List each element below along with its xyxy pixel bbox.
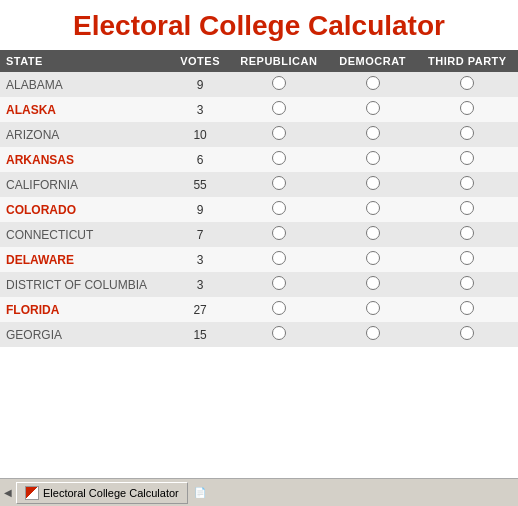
democrat-cell: [329, 272, 417, 297]
third-party-cell: [417, 272, 518, 297]
third-party-cell: [417, 222, 518, 247]
third-party-radio[interactable]: [460, 226, 474, 240]
state-name: DISTRICT OF COLUMBIA: [0, 272, 171, 297]
table-row: ALABAMA9: [0, 72, 518, 97]
democrat-radio[interactable]: [366, 101, 380, 115]
state-name: ARIZONA: [0, 122, 171, 147]
republican-radio[interactable]: [272, 326, 286, 340]
democrat-cell: [329, 222, 417, 247]
republican-cell: [229, 122, 329, 147]
republican-cell: [229, 247, 329, 272]
republican-radio[interactable]: [272, 276, 286, 290]
votes-count: 9: [171, 197, 229, 222]
table-row: GEORGIA15: [0, 322, 518, 347]
democrat-cell: [329, 197, 417, 222]
state-name: ALABAMA: [0, 72, 171, 97]
third-party-cell: [417, 72, 518, 97]
state-name: CONNECTICUT: [0, 222, 171, 247]
taskbar-label: Electoral College Calculator: [43, 487, 179, 499]
third-party-cell: [417, 97, 518, 122]
democrat-radio[interactable]: [366, 301, 380, 315]
republican-cell: [229, 322, 329, 347]
republican-cell: [229, 222, 329, 247]
democrat-radio[interactable]: [366, 226, 380, 240]
democrat-radio[interactable]: [366, 126, 380, 140]
republican-radio[interactable]: [272, 151, 286, 165]
democrat-cell: [329, 97, 417, 122]
third-party-radio[interactable]: [460, 101, 474, 115]
votes-count: 55: [171, 172, 229, 197]
democrat-cell: [329, 72, 417, 97]
state-name: ALASKA: [0, 97, 171, 122]
third-party-cell: [417, 247, 518, 272]
democrat-radio[interactable]: [366, 76, 380, 90]
republican-cell: [229, 197, 329, 222]
state-name: DELAWARE: [0, 247, 171, 272]
main-content: Electoral College Calculator STATE VOTES…: [0, 0, 518, 478]
table-row: CONNECTICUT7: [0, 222, 518, 247]
state-name: COLORADO: [0, 197, 171, 222]
republican-radio[interactable]: [272, 101, 286, 115]
republican-cell: [229, 297, 329, 322]
state-name: CALIFORNIA: [0, 172, 171, 197]
taskbar-button[interactable]: Electoral College Calculator: [16, 482, 188, 504]
votes-count: 15: [171, 322, 229, 347]
table-row: ARIZONA10: [0, 122, 518, 147]
republican-radio[interactable]: [272, 126, 286, 140]
democrat-radio[interactable]: [366, 251, 380, 265]
republican-cell: [229, 97, 329, 122]
table-row: CALIFORNIA55: [0, 172, 518, 197]
third-party-radio[interactable]: [460, 151, 474, 165]
republican-radio[interactable]: [272, 251, 286, 265]
democrat-radio[interactable]: [366, 326, 380, 340]
taskbar-arrow-left[interactable]: ◀: [4, 487, 12, 498]
republican-radio[interactable]: [272, 301, 286, 315]
votes-count: 3: [171, 247, 229, 272]
third-party-cell: [417, 147, 518, 172]
table-row: ARKANSAS6: [0, 147, 518, 172]
republican-radio[interactable]: [272, 176, 286, 190]
third-party-radio[interactable]: [460, 276, 474, 290]
third-party-radio[interactable]: [460, 201, 474, 215]
third-party-cell: [417, 297, 518, 322]
democrat-cell: [329, 147, 417, 172]
republican-radio[interactable]: [272, 76, 286, 90]
third-party-radio[interactable]: [460, 251, 474, 265]
third-party-cell: [417, 322, 518, 347]
table-row: DELAWARE3: [0, 247, 518, 272]
democrat-radio[interactable]: [366, 151, 380, 165]
votes-count: 6: [171, 147, 229, 172]
table-row: DISTRICT OF COLUMBIA3: [0, 272, 518, 297]
republican-radio[interactable]: [272, 201, 286, 215]
democrat-cell: [329, 322, 417, 347]
votes-count: 27: [171, 297, 229, 322]
third-party-radio[interactable]: [460, 326, 474, 340]
democrat-radio[interactable]: [366, 201, 380, 215]
col-democrat: DEMOCRAT: [329, 50, 417, 72]
republican-cell: [229, 147, 329, 172]
votes-count: 10: [171, 122, 229, 147]
democrat-radio[interactable]: [366, 176, 380, 190]
third-party-cell: [417, 172, 518, 197]
democrat-radio[interactable]: [366, 276, 380, 290]
state-name: FLORIDA: [0, 297, 171, 322]
democrat-cell: [329, 122, 417, 147]
state-name: ARKANSAS: [0, 147, 171, 172]
taskbar-app-icon: [25, 486, 39, 500]
col-third-party: THIRD PARTY: [417, 50, 518, 72]
state-name: GEORGIA: [0, 322, 171, 347]
democrat-cell: [329, 247, 417, 272]
third-party-radio[interactable]: [460, 76, 474, 90]
votes-count: 7: [171, 222, 229, 247]
republican-radio[interactable]: [272, 226, 286, 240]
republican-cell: [229, 172, 329, 197]
third-party-radio[interactable]: [460, 126, 474, 140]
table-row: FLORIDA27: [0, 297, 518, 322]
third-party-cell: [417, 197, 518, 222]
votes-count: 3: [171, 97, 229, 122]
table-row: ALASKA3: [0, 97, 518, 122]
third-party-radio[interactable]: [460, 301, 474, 315]
third-party-radio[interactable]: [460, 176, 474, 190]
page-title: Electoral College Calculator: [0, 0, 518, 50]
democrat-cell: [329, 172, 417, 197]
